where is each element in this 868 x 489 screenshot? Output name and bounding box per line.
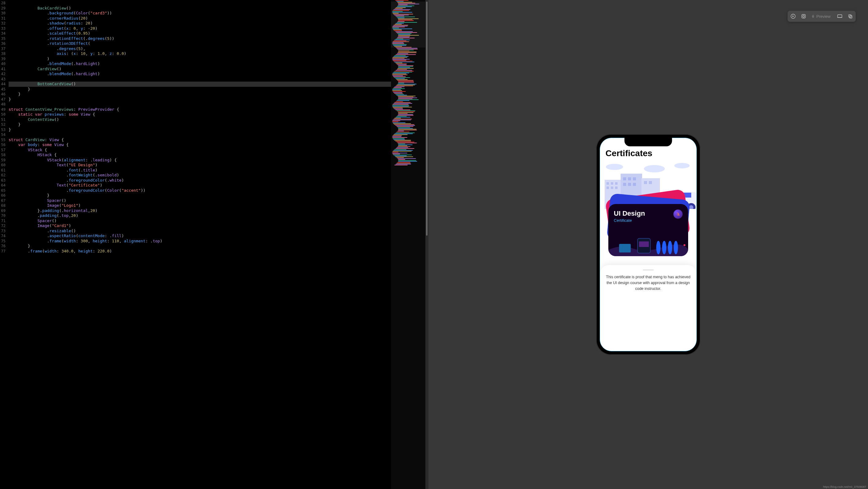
live-preview-button[interactable] <box>799 12 808 21</box>
svg-rect-9 <box>615 182 618 185</box>
svg-point-2 <box>803 15 804 17</box>
front-card: UI Design Certificate <box>608 204 688 256</box>
bottom-sheet[interactable]: This certificate is proof that meng to h… <box>600 265 696 351</box>
svg-rect-17 <box>623 183 626 186</box>
preview-pane: Preview Certificates <box>429 0 868 489</box>
svg-point-24 <box>644 165 665 172</box>
svg-rect-18 <box>628 183 631 186</box>
svg-rect-8 <box>611 182 613 185</box>
source-code[interactable]: BackCardView() .background(Color("card3"… <box>9 0 425 489</box>
watermark: https://blog.csdn.net/m0_37508087 <box>823 485 866 488</box>
svg-rect-30 <box>619 244 631 253</box>
sheet-drag-handle[interactable] <box>643 269 654 270</box>
card-title: UI Design <box>614 209 683 218</box>
svg-rect-19 <box>633 183 636 186</box>
svg-rect-4 <box>849 15 851 17</box>
svg-rect-1 <box>802 14 805 18</box>
svg-rect-22 <box>649 181 652 184</box>
svg-rect-10 <box>607 187 609 189</box>
duplicate-preview-button[interactable] <box>846 12 855 21</box>
svg-point-25 <box>674 163 690 168</box>
svg-rect-16 <box>633 177 636 181</box>
svg-rect-15 <box>628 177 631 181</box>
minimap[interactable] <box>391 0 425 489</box>
phone-notch <box>624 138 672 146</box>
svg-point-34 <box>662 241 666 254</box>
svg-rect-11 <box>611 187 613 189</box>
preview-pin-button[interactable]: Preview <box>810 14 834 19</box>
pane-splitter[interactable] <box>425 0 429 489</box>
svg-rect-14 <box>623 177 626 181</box>
svg-point-37 <box>684 244 685 246</box>
svg-rect-3 <box>838 15 842 18</box>
svg-rect-12 <box>615 187 618 189</box>
svg-point-33 <box>656 241 660 254</box>
phone-screen[interactable]: Certificates <box>600 138 697 351</box>
svg-point-35 <box>668 241 672 254</box>
svg-rect-5 <box>849 15 852 18</box>
sheet-text: This certificate is proof that meng to h… <box>606 274 691 291</box>
device-selector-button[interactable] <box>835 12 844 21</box>
code-editor-pane: 2829303132333435363738394041424344454647… <box>0 0 425 489</box>
swift-logo-icon <box>673 209 683 219</box>
preview-pin-label: Preview <box>816 14 831 19</box>
line-number-gutter: 2829303132333435363738394041424344454647… <box>0 0 9 489</box>
card-subtitle: Certificate <box>614 218 683 223</box>
svg-point-23 <box>606 164 623 170</box>
scrollbar-handle[interactable] <box>426 2 428 236</box>
play-button[interactable] <box>789 12 797 21</box>
svg-rect-32 <box>639 241 649 247</box>
svg-rect-21 <box>644 181 647 184</box>
svg-point-36 <box>674 241 678 254</box>
preview-toolbar: Preview <box>787 11 856 22</box>
svg-rect-7 <box>607 182 609 185</box>
phone-frame: Certificates <box>596 134 701 355</box>
